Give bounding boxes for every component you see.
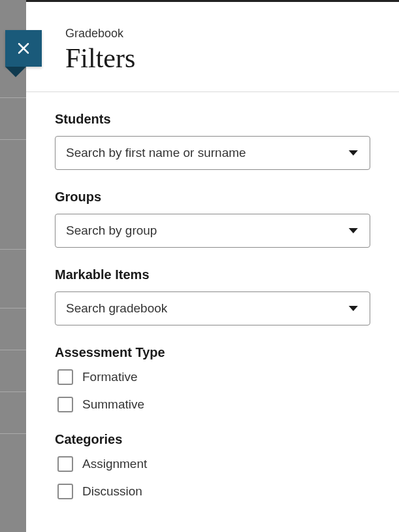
assessment-type-label: Assessment Type bbox=[55, 345, 370, 360]
panel-header: Gradebook Filters bbox=[26, 2, 399, 92]
groups-field-group: Groups Search by group bbox=[55, 190, 370, 248]
checkbox-box bbox=[57, 397, 73, 412]
categories-label: Categories bbox=[55, 432, 370, 447]
groups-label: Groups bbox=[55, 190, 370, 205]
assignment-checkbox-label: Assignment bbox=[82, 457, 147, 471]
panel-content: Students Search by first name or surname… bbox=[26, 92, 399, 532]
categories-field-group: Categories Assignment Discussion bbox=[55, 432, 370, 499]
checkbox-box bbox=[57, 456, 73, 472]
discussion-checkbox-row[interactable]: Discussion bbox=[57, 484, 370, 499]
chevron-down-icon bbox=[349, 228, 358, 233]
formative-checkbox-row[interactable]: Formative bbox=[57, 369, 370, 385]
checkbox-box bbox=[57, 484, 73, 499]
discussion-checkbox-label: Discussion bbox=[82, 484, 142, 499]
groups-select[interactable]: Search by group bbox=[55, 214, 370, 248]
students-select[interactable]: Search by first name or surname bbox=[55, 136, 370, 170]
assessment-type-field-group: Assessment Type Formative Summative bbox=[55, 345, 370, 412]
markable-items-label: Markable Items bbox=[55, 267, 370, 282]
page-title: Filters bbox=[65, 43, 370, 73]
students-field-group: Students Search by first name or surname bbox=[55, 112, 370, 170]
markable-items-select[interactable]: Search gradebook bbox=[55, 291, 370, 325]
filters-panel: Gradebook Filters Students Search by fir… bbox=[26, 0, 399, 532]
close-button[interactable] bbox=[5, 30, 42, 67]
close-icon bbox=[16, 41, 31, 56]
formative-checkbox-label: Formative bbox=[82, 370, 137, 384]
breadcrumb: Gradebook bbox=[65, 27, 370, 41]
students-label: Students bbox=[55, 112, 370, 127]
chevron-down-icon bbox=[349, 306, 358, 311]
students-select-placeholder: Search by first name or surname bbox=[66, 146, 246, 160]
assignment-checkbox-row[interactable]: Assignment bbox=[57, 456, 370, 472]
summative-checkbox-row[interactable]: Summative bbox=[57, 397, 370, 412]
groups-select-placeholder: Search by group bbox=[66, 224, 157, 238]
chevron-down-icon bbox=[349, 150, 358, 156]
markable-items-select-placeholder: Search gradebook bbox=[66, 301, 167, 316]
checkbox-box bbox=[57, 369, 73, 385]
backdrop-obscured-content bbox=[0, 0, 26, 532]
markable-items-field-group: Markable Items Search gradebook bbox=[55, 267, 370, 325]
summative-checkbox-label: Summative bbox=[82, 397, 144, 412]
